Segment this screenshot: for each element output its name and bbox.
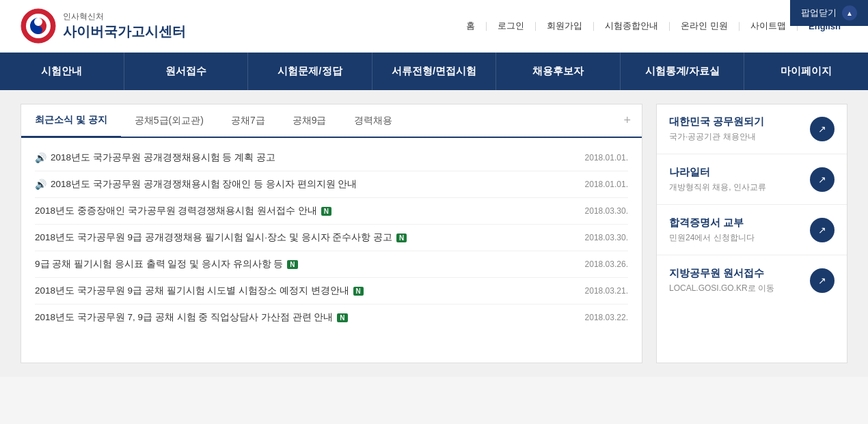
external-link-icon: ↗	[810, 268, 835, 293]
notice-title-text: 2018년도 중증장애인 국가공무원 경력경쟁채용시험 원서접수 안내	[35, 205, 317, 217]
tab-bar: 최근소식 및 공지 공채5급(외교관) 공채7급 공채9급 경력채용 +	[21, 104, 642, 138]
external-link-icon: ↗	[810, 117, 835, 141]
popup-label: 팝업닫기	[801, 7, 837, 19]
right-link-info: 대한민국 공무원되기국가·공공기관 채용안내	[669, 115, 764, 143]
tab-grade7[interactable]: 공채7급	[217, 105, 279, 137]
nav-sitemap[interactable]: 사이트맵	[744, 20, 793, 32]
badge-new: N	[396, 234, 407, 242]
nav-recruitment[interactable]: 채용후보자	[496, 53, 621, 90]
logo-emblem	[21, 8, 56, 44]
notice-item[interactable]: 🔊2018년도 국가공무원 공개경쟁채용시험 등 계획 공고2018.01.01…	[35, 145, 628, 171]
badge-new: N	[337, 313, 347, 322]
notice-title-text: 2018년도 국가공무원 7, 9급 공채 시험 중 직업상담사 가산점 관련 …	[35, 311, 333, 324]
tab-career[interactable]: 경력채용	[340, 105, 406, 137]
badge-new: N	[353, 287, 364, 296]
right-link-info: 지방공무원 원서접수LOCAL.GOSI.GO.KR로 이동	[669, 267, 774, 294]
logo-area: 인사혁신처 사이버국가고시센터	[21, 8, 186, 44]
tab-grade5[interactable]: 공채5급(외교관)	[121, 105, 217, 137]
separator: ｜	[665, 20, 674, 32]
right-link-title: 나라일터	[669, 166, 766, 179]
header: 인사혁신처 사이버국가고시센터 홈 ｜ 로그인 ｜ 회원가입 ｜ 시험종합안내 …	[0, 0, 868, 53]
notice-title-text: 2018년도 국가공무원 9급 공개경쟁채용 필기시험 일시·장소 및 응시자 …	[35, 231, 392, 244]
notice-date: 2018.03.30.	[585, 233, 628, 242]
separator: ｜	[482, 20, 491, 32]
right-link-sub: 국가·공공기관 채용안내	[669, 131, 764, 143]
notice-title: 2018년도 국가공무원 7, 9급 공채 시험 중 직업상담사 가산점 관련 …	[35, 311, 348, 324]
header-nav: 홈 ｜ 로그인 ｜ 회원가입 ｜ 시험종합안내 ｜ 온라인 민원 ｜ 사이트맵 …	[459, 20, 847, 32]
popup-close-icon: ▲	[846, 10, 853, 17]
external-link-icon: ↗	[810, 167, 835, 192]
notice-list: 🔊2018년도 국가공무원 공개경쟁채용시험 등 계획 공고2018.01.01…	[21, 138, 642, 337]
nav-civil-service[interactable]: 온라인 민원	[674, 20, 735, 32]
notice-date: 2018.03.30.	[585, 206, 628, 216]
notice-item[interactable]: 2018년도 국가공무원 7, 9급 공채 시험 중 직업상담사 가산점 관련 …	[35, 305, 628, 330]
nav-mypage[interactable]: 마이페이지	[744, 53, 868, 90]
nav-application[interactable]: 원서접수	[124, 53, 249, 90]
notice-title: 2018년도 국가공무원 9급 공개경쟁채용 필기시험 일시·장소 및 응시자 …	[35, 231, 407, 244]
nav-exam-guide[interactable]: 시험안내	[0, 53, 124, 90]
right-link-title: 합격증명서 교부	[669, 216, 755, 229]
nav-exam-info[interactable]: 시험종합안내	[598, 20, 665, 32]
notice-item[interactable]: 2018년도 국가공무원 9급 공채 필기시험 시도별 시험장소 예정지 변경안…	[35, 278, 628, 305]
notice-item[interactable]: 9급 공채 필기시험 응시표 출력 일정 및 응시자 유의사항 등N2018.0…	[35, 251, 628, 278]
popup-close-button[interactable]: ▲	[842, 5, 857, 20]
notice-title-text: 2018년도 국가공무원 공개경쟁채용시험 장애인 등 응시자 편의지원 안내	[51, 178, 357, 190]
right-link-title: 지방공무원 원서접수	[669, 267, 774, 280]
badge-new: N	[321, 207, 331, 216]
right-link-info: 합격증명서 교부민원24에서 신청합니다	[669, 216, 755, 244]
nav-statistics[interactable]: 시험통계/자료실	[621, 53, 745, 90]
right-link-item[interactable]: 합격증명서 교부민원24에서 신청합니다↗	[657, 206, 847, 255]
right-link-item[interactable]: 나라일터개방형직위 채용, 인사교류↗	[657, 155, 847, 205]
notice-item[interactable]: 🔊2018년도 국가공무원 공개경쟁채용시험 장애인 등 응시자 편의지원 안내…	[35, 171, 628, 198]
notice-title: 9급 공채 필기시험 응시표 출력 일정 및 응시자 유의사항 등N	[35, 258, 298, 270]
main-nav: 시험안내 원서접수 시험문제/정답 서류전형/면접시험 채용후보자 시험통계/자…	[0, 53, 868, 90]
right-link-sub: 민원24에서 신청합니다	[669, 232, 755, 244]
separator: ｜	[735, 20, 744, 32]
right-link-item[interactable]: 지방공무원 원서접수LOCAL.GOSI.GO.KR로 이동↗	[657, 256, 847, 305]
popup-banner: 팝업닫기 ▲	[790, 0, 868, 26]
speaker-icon: 🔊	[35, 152, 46, 163]
right-link-sub: 개방형직위 채용, 인사교류	[669, 182, 766, 193]
tab-add-button[interactable]: +	[612, 107, 642, 135]
main-panel: 최근소식 및 공지 공채5급(외교관) 공채7급 공채9급 경력채용 + 🔊20…	[21, 104, 642, 363]
tab-grade9[interactable]: 공채9급	[279, 105, 340, 137]
badge-new: N	[287, 260, 297, 269]
notice-title-text: 2018년도 국가공무원 공개경쟁채용시험 등 계획 공고	[51, 152, 275, 164]
notice-title: 2018년도 국가공무원 9급 공채 필기시험 시도별 시험장소 예정지 변경안…	[35, 285, 364, 297]
right-link-info: 나라일터개방형직위 채용, 인사교류	[669, 166, 766, 193]
logo-top: 인사혁신처	[63, 11, 186, 23]
logo-text: 인사혁신처 사이버국가고시센터	[63, 11, 186, 41]
nav-register[interactable]: 회원가입	[540, 20, 589, 32]
right-link-item[interactable]: 대한민국 공무원되기국가·공공기관 채용안내↗	[657, 104, 847, 154]
notice-title: 2018년도 중증장애인 국가공무원 경력경쟁채용시험 원서접수 안내N	[35, 205, 331, 217]
right-link-sub: LOCAL.GOSI.GO.KR로 이동	[669, 283, 774, 294]
nav-exam-problems[interactable]: 시험문제/정답	[248, 53, 372, 90]
notice-date: 2018.01.01.	[585, 153, 628, 162]
separator: ｜	[531, 20, 540, 32]
right-link-title: 대한민국 공무원되기	[669, 115, 764, 128]
tab-recent-news[interactable]: 최근소식 및 공지	[21, 104, 121, 138]
logo-main: 사이버국가고시센터	[63, 23, 186, 41]
nav-home[interactable]: 홈	[459, 20, 482, 32]
notice-date: 2018.03.26.	[585, 259, 628, 269]
notice-date: 2018.01.01.	[585, 180, 628, 189]
notice-title-text: 9급 공채 필기시험 응시표 출력 일정 및 응시자 유의사항 등	[35, 258, 283, 270]
notice-title: 🔊2018년도 국가공무원 공개경쟁채용시험 장애인 등 응시자 편의지원 안내	[35, 178, 357, 190]
nav-login[interactable]: 로그인	[491, 20, 531, 32]
external-link-icon: ↗	[810, 218, 835, 242]
right-panel: 대한민국 공무원되기국가·공공기관 채용안내↗나라일터개방형직위 채용, 인사교…	[656, 104, 847, 363]
separator: ｜	[589, 20, 598, 32]
notice-title-text: 2018년도 국가공무원 9급 공채 필기시험 시도별 시험장소 예정지 변경안…	[35, 285, 349, 297]
notice-date: 2018.03.22.	[585, 313, 628, 322]
notice-date: 2018.03.21.	[585, 286, 628, 296]
speaker-icon: 🔊	[35, 179, 46, 190]
notice-item[interactable]: 2018년도 중증장애인 국가공무원 경력경쟁채용시험 원서접수 안내N2018…	[35, 198, 628, 225]
notice-title: 🔊2018년도 국가공무원 공개경쟁채용시험 등 계획 공고	[35, 152, 275, 164]
nav-interview[interactable]: 서류전형/면접시험	[372, 53, 497, 90]
notice-item[interactable]: 2018년도 국가공무원 9급 공개경쟁채용 필기시험 일시·장소 및 응시자 …	[35, 225, 628, 251]
content-area: 최근소식 및 공지 공채5급(외교관) 공채7급 공채9급 경력채용 + 🔊20…	[0, 90, 868, 377]
